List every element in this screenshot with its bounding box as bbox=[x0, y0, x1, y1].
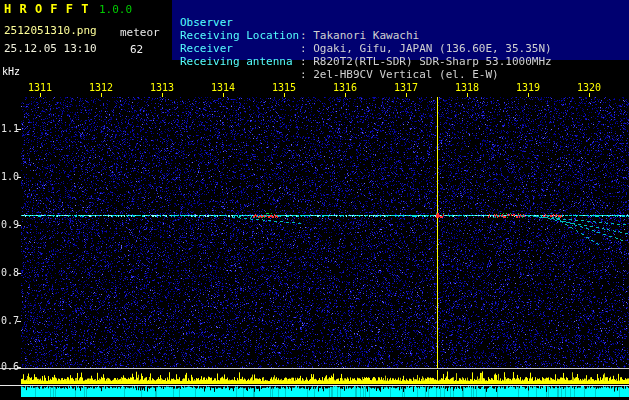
y-tick-label: 1.1 bbox=[1, 123, 19, 134]
x-tick-label: 1316 bbox=[333, 82, 357, 93]
x-tick-label: 1312 bbox=[89, 82, 113, 93]
y-tick-label: 0.8 bbox=[1, 267, 19, 278]
echo-count: 62 bbox=[130, 44, 143, 56]
app-title: H R O F F T bbox=[4, 3, 89, 16]
hrofft-window: H R O F F T 1.0.0 2512051310.png meteor … bbox=[0, 0, 629, 400]
mode-label: meteor bbox=[120, 27, 160, 39]
info-row-receiver: Receiver : R820T2(RTL-SDR) SDR-Sharp 53.… bbox=[172, 29, 629, 42]
info-row-antenna: Receiving antenna : 2el-HB9CV Vertical (… bbox=[172, 42, 629, 55]
field-value: : R820T2(RTL-SDR) SDR-Sharp 53.1000MHz bbox=[300, 55, 552, 68]
x-tick-label: 1317 bbox=[394, 82, 418, 93]
x-tick-label: 1311 bbox=[28, 82, 52, 93]
x-tick-label: 1313 bbox=[150, 82, 174, 93]
app-version: 1.0.0 bbox=[99, 4, 132, 16]
field-value: : 2el-HB9CV Vertical (el. E-W) bbox=[300, 68, 499, 81]
x-tick-label: 1315 bbox=[272, 82, 296, 93]
info-row-observer: Observer : Takanori Kawachi bbox=[172, 3, 629, 16]
y-tick-label: 1.0 bbox=[1, 171, 19, 182]
y-tick-label: 0.9 bbox=[1, 219, 19, 230]
x-tick-label: 1314 bbox=[211, 82, 235, 93]
y-tick-label: 0.6 bbox=[1, 361, 19, 372]
x-tick-label: 1319 bbox=[516, 82, 540, 93]
y-axis-unit: kHz bbox=[2, 66, 20, 77]
info-row-location: Receiving Location : Ogaki, Gifu, JAPAN … bbox=[172, 16, 629, 29]
field-label: Receiving antenna bbox=[180, 55, 293, 68]
timestamp: 25.12.05 13:10 bbox=[4, 43, 97, 55]
x-tick-label: 1318 bbox=[455, 82, 479, 93]
output-filename: 2512051310.png bbox=[4, 25, 97, 37]
y-tick-label: 0.7 bbox=[1, 315, 19, 326]
station-info-panel: Observer : Takanori Kawachi Receiving Lo… bbox=[172, 0, 629, 60]
x-tick-label: 1320 bbox=[577, 82, 601, 93]
